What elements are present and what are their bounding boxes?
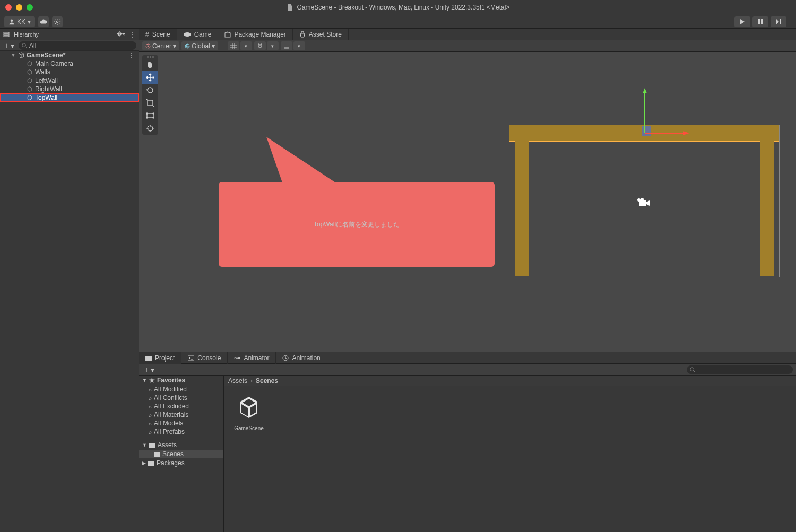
item-label: All Modified (154, 386, 187, 393)
breadcrumb-item[interactable]: Assets (228, 377, 247, 385)
search-icon: ⌕ (149, 421, 152, 426)
hierarchy-icon (3, 31, 10, 38)
folder-label: Scenes (162, 450, 184, 458)
fav-all-models[interactable]: ⌕All Models (139, 419, 223, 428)
cloud-button[interactable] (38, 16, 49, 27)
assets-folder[interactable]: ▼ Assets (139, 440, 223, 450)
main-toolbar: KK ▾ (0, 15, 796, 29)
asset-grid[interactable]: GameScene (224, 386, 796, 532)
playback-controls (734, 16, 786, 27)
svg-point-0 (11, 19, 13, 22)
expand-toggle-icon[interactable]: ▶ (142, 460, 146, 466)
pause-button[interactable] (752, 16, 768, 27)
project-folder-tree[interactable]: ▼ ★ Favorites ⌕All Modified ⌕All Conflic… (139, 376, 224, 532)
camera-gizmo[interactable] (637, 198, 651, 210)
packages-folder[interactable]: ▶ Packages (139, 458, 223, 468)
move-tool[interactable] (142, 71, 158, 84)
rotate-tool[interactable] (142, 84, 158, 97)
create-dropdown[interactable]: + ▾ (2, 41, 16, 50)
rect-tool[interactable] (142, 109, 158, 122)
svg-point-28 (641, 198, 644, 201)
hierarchy-item-leftwall[interactable]: LeftWall (0, 76, 139, 85)
hierarchy-item-rightwall[interactable]: RightWall (0, 85, 139, 93)
hierarchy-item-main-camera[interactable]: Main Camera (0, 59, 139, 68)
asset-store-tab[interactable]: Asset Store (293, 29, 349, 40)
project-search[interactable] (687, 365, 793, 374)
hierarchy-item-topwall[interactable]: TopWall (0, 93, 139, 102)
chevron-down-icon: ▾ (173, 42, 176, 50)
increment-settings-button[interactable]: ▾ (293, 41, 305, 50)
pivot-label: Center (152, 42, 171, 50)
snap-increment-button[interactable]: ▾ (240, 41, 252, 50)
increment-snap-button[interactable] (281, 41, 292, 50)
favorites-header[interactable]: ▼ ★ Favorites (139, 376, 223, 385)
fav-all-modified[interactable]: ⌕All Modified (139, 385, 223, 394)
scene-menu-icon[interactable]: ⋮ (128, 51, 139, 59)
hierarchy-search[interactable]: All (19, 41, 136, 50)
project-tab[interactable]: Project (139, 352, 181, 364)
scene-tab[interactable]: # Scene (139, 29, 177, 40)
animation-tab[interactable]: Animation (276, 352, 327, 364)
fav-all-prefabs[interactable]: ⌕All Prefabs (139, 428, 223, 436)
panel-lock-icon[interactable]: �דּ (117, 31, 125, 37)
space-mode-dropdown[interactable]: Global ▾ (181, 41, 218, 50)
expand-toggle-icon[interactable]: ▼ (142, 378, 147, 383)
hierarchy-panel: Hierarchy �דּ ⋮ + ▾ All ▼ GameScene* ⋮ M… (0, 29, 139, 532)
star-icon: ★ (149, 377, 155, 384)
svg-rect-6 (4, 36, 9, 37)
magnet-button[interactable] (254, 41, 266, 50)
expand-toggle-icon[interactable]: ▼ (11, 53, 16, 58)
fav-all-materials[interactable]: ⌕All Materials (139, 411, 223, 419)
svg-marker-22 (643, 88, 647, 93)
scene-name: GameScene* (27, 51, 65, 59)
snap-settings-button[interactable]: ▾ (267, 41, 279, 50)
transform-tool[interactable] (142, 122, 158, 135)
move-gizmo[interactable] (642, 88, 689, 137)
game-tab[interactable]: Game (177, 29, 219, 40)
hierarchy-tree[interactable]: ▼ GameScene* ⋮ Main Camera Walls LeftWal… (0, 51, 139, 532)
pivot-mode-dropdown[interactable]: Center ▾ (142, 41, 179, 50)
scale-icon (146, 99, 154, 107)
folder-icon (154, 451, 160, 457)
callout-box: TopWallに名前を変更しました (219, 182, 495, 267)
expand-toggle-icon[interactable]: ▼ (142, 442, 147, 448)
scene-asset[interactable]: GameScene (230, 393, 267, 431)
favorites-label: Favorites (157, 377, 185, 384)
svg-point-27 (637, 198, 641, 202)
minimize-window-button[interactable] (16, 4, 22, 11)
project-content-view: Assets › Scenes GameScene (224, 376, 796, 532)
svg-rect-9 (225, 33, 230, 37)
grid-icon (230, 43, 237, 49)
close-window-button[interactable] (5, 4, 12, 11)
callout-text: TopWallに名前を変更しました (314, 220, 400, 229)
search-icon (690, 367, 695, 372)
animator-tab[interactable]: ⊶ Animator (228, 352, 276, 364)
step-button[interactable] (771, 16, 786, 27)
item-label: RightWall (35, 85, 62, 93)
project-create-dropdown[interactable]: + ▾ (142, 365, 157, 374)
panel-menu-icon[interactable]: ⋮ (129, 31, 135, 38)
fav-all-conflicts[interactable]: ⌕All Conflicts (139, 394, 223, 402)
scene-root-node[interactable]: ▼ GameScene* ⋮ (0, 51, 139, 59)
maximize-window-button[interactable] (27, 4, 33, 11)
folder-icon (149, 442, 155, 448)
settings-button[interactable] (52, 16, 63, 27)
search-icon: ⌕ (149, 404, 152, 409)
scale-tool[interactable] (142, 97, 158, 109)
package-manager-tab[interactable]: Package Manager (218, 29, 292, 40)
callout-pointer-icon (266, 137, 335, 185)
play-button[interactable] (734, 16, 750, 27)
account-dropdown[interactable]: KK ▾ (4, 16, 35, 27)
hand-tool[interactable] (142, 58, 158, 71)
hierarchy-tab[interactable]: Hierarchy (14, 31, 39, 38)
breadcrumb-item[interactable]: Scenes (256, 377, 278, 385)
animator-icon: ⊶ (234, 354, 240, 362)
hierarchy-item-walls[interactable]: Walls (0, 68, 139, 76)
console-tab[interactable]: Console (181, 352, 228, 364)
svg-point-8 (184, 32, 191, 37)
scenes-folder[interactable]: Scenes (139, 450, 223, 458)
transform-icon (146, 124, 154, 133)
scene-viewport[interactable]: TopWallに名前を変更しました (139, 52, 796, 352)
grid-snap-button[interactable] (228, 41, 239, 50)
fav-all-excluded[interactable]: ⌕All Excluded (139, 402, 223, 411)
